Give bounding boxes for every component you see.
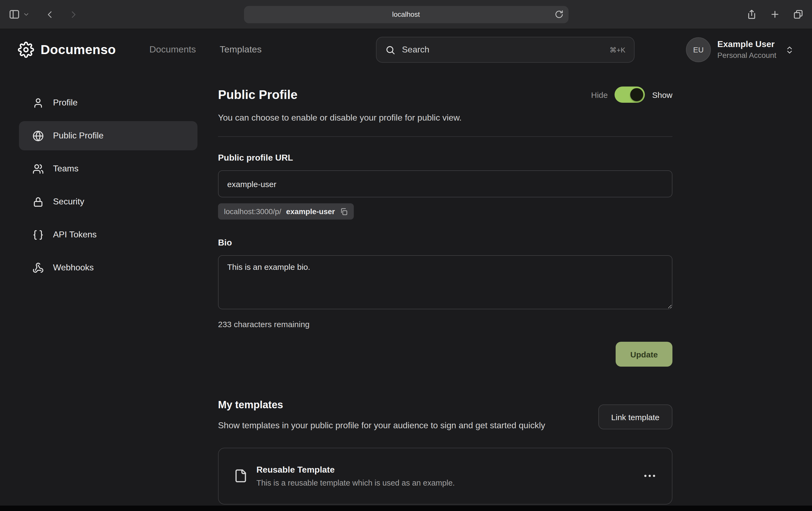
my-templates-description: Show templates in your public profile fo… (218, 419, 545, 432)
global-search[interactable]: ⌘+K (376, 37, 635, 63)
profile-url-slug: example-user (286, 207, 335, 216)
page-title: Public Profile (218, 87, 297, 102)
page-subtitle: You can choose to enable or disable your… (218, 113, 672, 123)
lock-icon (32, 196, 44, 207)
browser-toolbar: localhost (0, 0, 812, 29)
user-icon (32, 97, 44, 109)
sidebar-item-public-profile[interactable]: Public Profile (19, 121, 198, 150)
sidebar-item-api-tokens[interactable]: API Tokens (19, 220, 198, 249)
address-bar-url: localhost (392, 10, 420, 19)
hide-label: Hide (591, 90, 608, 99)
top-nav: Documents Templates (149, 44, 262, 55)
brand[interactable]: Documenso (18, 42, 116, 58)
browser-forward-icon[interactable] (68, 9, 78, 19)
copy-icon[interactable] (340, 207, 348, 215)
sidebar-item-security[interactable]: Security (19, 187, 198, 216)
sidebar-item-label: Teams (53, 164, 79, 174)
sidebar-item-webhooks[interactable]: Webhooks (19, 253, 198, 282)
tab-overview-icon[interactable] (793, 9, 803, 20)
my-templates-title: My templates (218, 399, 545, 411)
sidebar-item-label: Public Profile (53, 131, 104, 141)
avatar: EU (686, 37, 711, 62)
url-field-label: Public profile URL (218, 153, 672, 163)
brand-name: Documenso (40, 42, 116, 57)
show-label: Show (652, 90, 672, 99)
account-type: Personal Account (717, 51, 776, 61)
settings-sidebar: Profile Public Profile Teams Security AP… (19, 88, 198, 286)
characters-remaining: 233 characters remaining (218, 320, 672, 329)
share-icon[interactable] (747, 9, 757, 20)
search-shortcut: ⌘+K (609, 46, 626, 54)
sidebar-item-label: Security (53, 197, 84, 207)
sidebar-item-label: Profile (53, 98, 78, 108)
main-content: Public Profile Hide Show You can choose … (218, 87, 672, 505)
browser-back-icon[interactable] (46, 9, 55, 19)
browser-sidebar-chevron-icon[interactable] (23, 11, 29, 17)
bio-textarea[interactable]: This is an example bio. (218, 255, 672, 309)
address-bar[interactable]: localhost (244, 6, 568, 23)
webhook-icon (32, 262, 44, 273)
sidebar-item-teams[interactable]: Teams (19, 154, 198, 183)
user-menu[interactable]: EU Example User Personal Account (686, 37, 794, 62)
visibility-toggle-group: Hide Show (591, 87, 672, 103)
file-icon (234, 469, 248, 483)
browser-sidebar-icon[interactable] (9, 9, 20, 20)
documenso-logo-icon (18, 42, 34, 58)
window-bottom-edge (0, 506, 812, 511)
search-icon (385, 44, 396, 55)
users-icon (32, 163, 44, 174)
public-profile-url-input[interactable] (218, 170, 672, 198)
globe-icon (32, 130, 44, 142)
template-description: This is a reusable template which is use… (256, 479, 640, 487)
chevrons-up-down-icon (785, 45, 794, 54)
search-input[interactable] (402, 45, 603, 55)
link-template-button[interactable]: Link template (598, 404, 672, 429)
switch-thumb (631, 88, 643, 101)
sidebar-item-label: API Tokens (53, 230, 96, 240)
template-name: Reusable Template (256, 465, 640, 475)
profile-visibility-switch[interactable] (615, 87, 645, 103)
profile-url-prefix: localhost:3000/p/ (224, 207, 281, 216)
profile-url-copy-chip[interactable]: localhost:3000/p/example-user (218, 203, 354, 219)
sidebar-item-profile[interactable]: Profile (19, 88, 198, 117)
nav-templates[interactable]: Templates (220, 44, 262, 55)
user-name: Example User (717, 39, 776, 50)
update-button[interactable]: Update (616, 342, 672, 367)
new-tab-icon[interactable] (770, 9, 780, 20)
sidebar-item-label: Webhooks (53, 263, 94, 273)
bio-field-label: Bio (218, 238, 672, 248)
braces-icon (32, 229, 44, 240)
template-list-item: Reusable Template This is a reusable tem… (218, 448, 672, 505)
app-header: Documenso Documents Templates ⌘+K EU Exa… (0, 29, 812, 70)
template-options-menu[interactable] (640, 471, 659, 481)
app-window: localhost Documenso Documents (0, 0, 812, 511)
divider (218, 136, 672, 137)
nav-documents[interactable]: Documents (149, 44, 196, 55)
reload-icon[interactable] (554, 9, 563, 19)
